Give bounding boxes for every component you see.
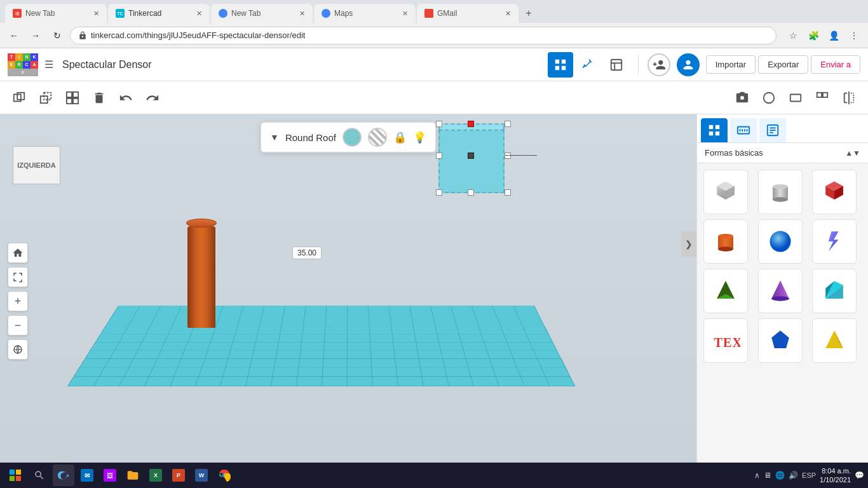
group-button[interactable] (61, 86, 84, 109)
viewport[interactable]: IZQUIERDA (0, 114, 696, 488)
undo-button[interactable] (114, 86, 137, 109)
tab-close-4[interactable]: ✕ (402, 10, 408, 18)
delete-button[interactable] (88, 86, 111, 109)
exportar-button[interactable]: Exportar (758, 55, 808, 74)
ruler-tab[interactable] (730, 118, 757, 142)
shape-text[interactable]: TEXT (703, 318, 748, 363)
view-mode-2[interactable] (784, 86, 807, 109)
back-button[interactable]: ← (5, 27, 23, 44)
notes-tab[interactable] (759, 118, 786, 142)
shape-squiggle[interactable] (812, 219, 857, 264)
shape-purple-cone[interactable] (758, 269, 803, 313)
visibility-icon-prop[interactable]: 💡 (413, 131, 426, 144)
tray-up-arrow[interactable]: ∧ (754, 471, 760, 480)
copy-up-button[interactable] (34, 86, 57, 109)
handle-mr[interactable] (505, 152, 511, 159)
shapes-dropdown[interactable]: Formas básicas ▲▼ (697, 143, 868, 163)
fit-view-button[interactable] (8, 267, 28, 287)
rotate-handle[interactable]: ↻ (465, 114, 473, 116)
box-object[interactable]: ↻ (438, 123, 508, 193)
tab-close-2[interactable]: ✕ (196, 10, 202, 18)
prop-collapse-arrow[interactable]: ▼ (270, 132, 279, 142)
tab-1[interactable]: ⊞ New Tab ✕ (5, 4, 107, 23)
svg-point-33 (773, 197, 788, 201)
profile-avatar[interactable] (677, 53, 700, 76)
profile-button[interactable]: 👤 (825, 27, 843, 44)
tab-4[interactable]: Maps ✕ (314, 4, 416, 23)
reload-button[interactable]: ↻ (48, 27, 66, 44)
handle-red[interactable] (468, 121, 474, 127)
address-bar[interactable]: tinkercad.com/things/jlUJ5eudAFF-spectac… (70, 27, 776, 44)
shape-grey-cylinder[interactable] (758, 170, 803, 214)
home-view-button[interactable] (8, 243, 28, 263)
handle-bm[interactable] (468, 189, 474, 196)
add-user-button[interactable] (648, 53, 670, 76)
tab-close-5[interactable]: ✕ (505, 10, 511, 18)
tinkercad-logo[interactable]: T I N K E R C A D (8, 53, 38, 76)
shape-teal-wedge[interactable] (812, 269, 857, 313)
orange-cylinder-icon (711, 227, 740, 256)
handle-bl[interactable] (436, 189, 442, 196)
taskbar-app-email[interactable]: ✉ (76, 464, 98, 486)
view-mode-1[interactable] (757, 86, 780, 109)
tab-5[interactable]: GMail ✕ (417, 4, 519, 23)
view-mode-4[interactable] (837, 86, 860, 109)
menu-icon[interactable]: ☰ (44, 58, 53, 71)
grid-view-button[interactable] (548, 52, 573, 78)
lock-icon-prop[interactable]: 🔒 (393, 131, 407, 144)
tab-2[interactable]: TC Tinkercad ✕ (108, 4, 210, 23)
redo-button[interactable] (141, 86, 164, 109)
tab-3[interactable]: New Tab ✕ (211, 4, 313, 23)
handle-tl[interactable] (436, 121, 442, 127)
camera-view-button[interactable] (731, 86, 754, 109)
camera-label: IZQUIERDA (13, 146, 60, 184)
shapes-tab[interactable] (701, 118, 728, 142)
zoom-in-button[interactable]: + (8, 291, 28, 311)
taskbar-app-excel[interactable]: X (145, 464, 166, 486)
taskbar-app-chrome[interactable] (214, 464, 235, 486)
shape-red-cube[interactable] (812, 170, 857, 214)
handle-tr[interactable] (505, 121, 511, 127)
taskbar-app-files[interactable] (122, 464, 144, 486)
forward-button[interactable]: → (27, 27, 44, 44)
properties-panel: ▼ Round Roof 🔒 💡 (261, 122, 436, 152)
shape-blue-pentagon[interactable] (758, 318, 803, 363)
importar-button[interactable]: Importar (706, 55, 756, 74)
clock[interactable]: 8:04 a.m. 1/10/2021 (820, 466, 851, 485)
bookmark-button[interactable]: ☆ (784, 27, 802, 44)
gallery-button[interactable] (604, 52, 629, 78)
copy-flat-button[interactable] (8, 86, 31, 109)
extensions-button[interactable]: 🧩 (804, 27, 822, 44)
shape-grey-cube[interactable] (703, 170, 748, 214)
taskbar-app-gallery[interactable]: 🖼 (99, 464, 121, 486)
build-button[interactable] (576, 52, 601, 78)
copy-up-icon (39, 91, 53, 105)
color-solid-button[interactable] (342, 128, 362, 147)
new-tab-button[interactable]: + (520, 4, 538, 22)
handle-center[interactable] (468, 152, 474, 159)
view-mode-3[interactable] (811, 86, 834, 109)
cylinder-object[interactable] (187, 214, 217, 328)
enviara-button[interactable]: Enviar a (811, 55, 860, 74)
home-icon (12, 247, 24, 259)
tab-close-1[interactable]: ✕ (93, 10, 99, 18)
handle-br[interactable] (505, 189, 511, 196)
shape-yellow-pyramid[interactable] (812, 318, 857, 363)
taskbar-app-word[interactable]: W (191, 464, 212, 486)
taskbar-app-edge[interactable] (53, 464, 74, 486)
color-hole-button[interactable] (368, 128, 387, 147)
shape-blue-sphere[interactable] (758, 219, 803, 264)
notifications-icon[interactable]: 💬 (855, 471, 864, 480)
shape-green-pyramid[interactable] (703, 269, 748, 313)
shape-orange-cylinder[interactable] (703, 219, 748, 264)
perspective-button[interactable] (8, 339, 28, 360)
settings-button[interactable]: ⋮ (845, 27, 863, 44)
start-button[interactable] (4, 464, 27, 487)
tab-close-3[interactable]: ✕ (299, 10, 305, 18)
svg-rect-16 (715, 125, 719, 129)
taskbar-app-powerpoint[interactable]: P (168, 464, 189, 486)
handle-ml[interactable] (436, 152, 442, 159)
search-button[interactable] (28, 464, 51, 487)
panel-collapse-button[interactable]: ❯ (681, 231, 696, 257)
zoom-out-button[interactable]: − (8, 315, 28, 336)
